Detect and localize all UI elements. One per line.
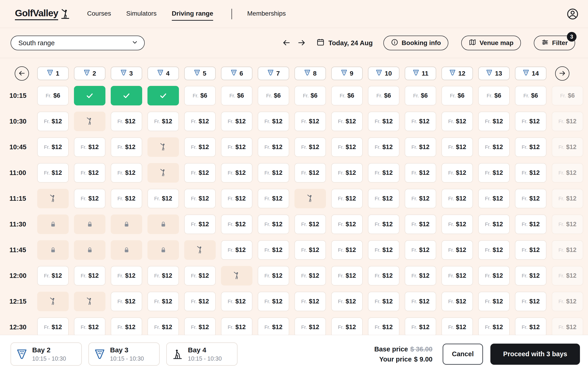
cell-1030-bay11[interactable]: Fr.$12 [405,112,436,131]
profile-button[interactable] [567,8,579,20]
cell-1130-bay14[interactable]: Fr.$12 [515,215,546,234]
cell-1130-bay10[interactable]: Fr.$12 [368,215,399,234]
cell-1215-bay3[interactable]: Fr.$12 [111,292,142,311]
cell-1200-bay7[interactable]: Fr.$12 [258,266,289,286]
cell-1100-bay14[interactable]: Fr.$12 [515,163,546,183]
cell-1200-bay13[interactable]: Fr.$12 [478,266,510,286]
cell-1030-bay1[interactable]: Fr.$12 [37,112,69,131]
cell-1200-bay2[interactable]: Fr.$12 [74,266,105,286]
cell-1145-bay7[interactable]: Fr.$12 [258,240,289,260]
cell-1230-bay4[interactable]: Fr.$12 [147,317,179,335]
next-day-button[interactable] [296,37,307,49]
cell-1215-bay4[interactable]: Fr.$12 [147,292,179,311]
cell-1215-bay11[interactable]: Fr.$12 [405,292,436,311]
cell-1230-bay7[interactable]: Fr.$12 [258,317,289,335]
cell-1230-bay14[interactable]: Fr.$12 [515,317,546,335]
cell-1115-bay14[interactable]: Fr.$12 [515,189,546,208]
cell-1200-bay3[interactable]: Fr.$12 [111,266,142,286]
proceed-button[interactable]: Proceed with 3 bays [490,344,580,365]
cell-1115-bay7[interactable]: Fr.$12 [258,189,289,208]
cell-1045-bay14[interactable]: Fr.$12 [515,137,546,157]
cell-1115-bay2[interactable]: Fr.$12 [74,189,105,208]
cell-1045-bay12[interactable]: Fr.$12 [441,137,473,157]
cell-1100-bay3[interactable]: Fr.$12 [111,163,142,183]
cell-1215-bay12[interactable]: Fr.$12 [441,292,473,311]
cell-1230-bay9[interactable]: Fr.$12 [331,317,363,335]
cell-1030-bay7[interactable]: Fr.$12 [258,112,289,131]
cell-1030-bay14[interactable]: Fr.$12 [515,112,546,131]
cell-1115-bay9[interactable]: Fr.$12 [331,189,363,208]
cell-1130-bay8[interactable]: Fr.$12 [294,215,326,234]
venue-map-button[interactable]: Venue map [461,36,521,50]
cell-1100-bay13[interactable]: Fr.$12 [478,163,510,183]
selected-bay-card-bay-4[interactable]: Bay 410:15 - 10:30 [166,342,238,366]
cell-1045-bay13[interactable]: Fr.$12 [478,137,510,157]
cell-1115-bay6[interactable]: Fr.$12 [221,189,252,208]
brand-logo[interactable]: GolfValley [15,8,71,20]
cell-1100-bay8[interactable]: Fr.$12 [294,163,326,183]
cell-1145-bay8[interactable]: Fr.$12 [294,240,326,260]
cell-1200-bay14[interactable]: Fr.$12 [515,266,546,286]
cell-1015-bay2[interactable] [74,86,105,105]
cell-1045-bay6[interactable]: Fr.$12 [221,137,252,157]
cell-1030-bay3[interactable]: Fr.$12 [111,112,142,131]
nav-courses[interactable]: Courses [87,7,111,21]
cell-1200-bay12[interactable]: Fr.$12 [441,266,473,286]
cell-1115-bay11[interactable]: Fr.$12 [405,189,436,208]
cell-1215-bay6[interactable]: Fr.$12 [221,292,252,311]
cell-1130-bay13[interactable]: Fr.$12 [478,215,510,234]
cell-1200-bay4[interactable]: Fr.$12 [147,266,179,286]
cell-1030-bay5[interactable]: Fr.$12 [184,112,216,131]
cell-1045-bay10[interactable]: Fr.$12 [368,137,399,157]
cell-1015-bay14[interactable]: Fr.$6 [515,86,546,105]
cell-1015-bay4[interactable] [147,86,179,105]
cell-1145-bay13[interactable]: Fr.$12 [478,240,510,260]
cell-1230-bay13[interactable]: Fr.$12 [478,317,510,335]
cell-1045-bay2[interactable]: Fr.$12 [74,137,105,157]
cell-1115-bay10[interactable]: Fr.$12 [368,189,399,208]
cell-1215-bay13[interactable]: Fr.$12 [478,292,510,311]
cell-1145-bay10[interactable]: Fr.$12 [368,240,399,260]
cell-1230-bay12[interactable]: Fr.$12 [441,317,473,335]
selected-bay-card-bay-2[interactable]: Bay 210:15 - 10:30 [10,342,82,366]
cell-1015-bay1[interactable]: Fr.$6 [37,86,69,105]
cell-1130-bay12[interactable]: Fr.$12 [441,215,473,234]
cell-1230-bay3[interactable]: Fr.$12 [111,317,142,335]
cell-1030-bay13[interactable]: Fr.$12 [478,112,510,131]
cell-1115-bay3[interactable]: Fr.$12 [111,189,142,208]
cell-1045-bay1[interactable]: Fr.$12 [37,137,69,157]
prev-day-button[interactable] [281,37,292,49]
cell-1115-bay4[interactable]: Fr.$12 [147,189,179,208]
cell-1230-bay11[interactable]: Fr.$12 [405,317,436,335]
cell-1045-bay5[interactable]: Fr.$12 [184,137,216,157]
cell-1115-bay5[interactable]: Fr.$12 [184,189,216,208]
cell-1100-bay6[interactable]: Fr.$12 [221,163,252,183]
cell-1045-bay11[interactable]: Fr.$12 [405,137,436,157]
scroll-bays-right-button[interactable] [555,66,569,81]
cell-1230-bay2[interactable]: Fr.$12 [74,317,105,335]
cell-1215-bay10[interactable]: Fr.$12 [368,292,399,311]
cell-1100-bay2[interactable]: Fr.$12 [74,163,105,183]
cell-1200-bay10[interactable]: Fr.$12 [368,266,399,286]
cell-1015-bay7[interactable]: Fr.$6 [258,86,289,105]
cell-1130-bay11[interactable]: Fr.$12 [405,215,436,234]
cell-1015-bay3[interactable] [111,86,142,105]
cell-1100-bay10[interactable]: Fr.$12 [368,163,399,183]
cell-1130-bay7[interactable]: Fr.$12 [258,215,289,234]
cell-1015-bay6[interactable]: Fr.$6 [221,86,252,105]
cell-1030-bay9[interactable]: Fr.$12 [331,112,363,131]
cancel-button[interactable]: Cancel [443,344,483,365]
nav-driving-range[interactable]: Driving range [172,7,213,21]
range-select[interactable]: South range [10,36,145,50]
cell-1230-bay10[interactable]: Fr.$12 [368,317,399,335]
cell-1045-bay7[interactable]: Fr.$12 [258,137,289,157]
cell-1200-bay11[interactable]: Fr.$12 [405,266,436,286]
cell-1230-bay6[interactable]: Fr.$12 [221,317,252,335]
filter-button[interactable]: Filter 3 [534,36,575,50]
cell-1230-bay1[interactable]: Fr.$12 [37,317,69,335]
cell-1200-bay8[interactable]: Fr.$12 [294,266,326,286]
cell-1215-bay9[interactable]: Fr.$12 [331,292,363,311]
cell-1145-bay6[interactable]: Fr.$12 [221,240,252,260]
cell-1045-bay9[interactable]: Fr.$12 [331,137,363,157]
cell-1215-bay14[interactable]: Fr.$12 [515,292,546,311]
